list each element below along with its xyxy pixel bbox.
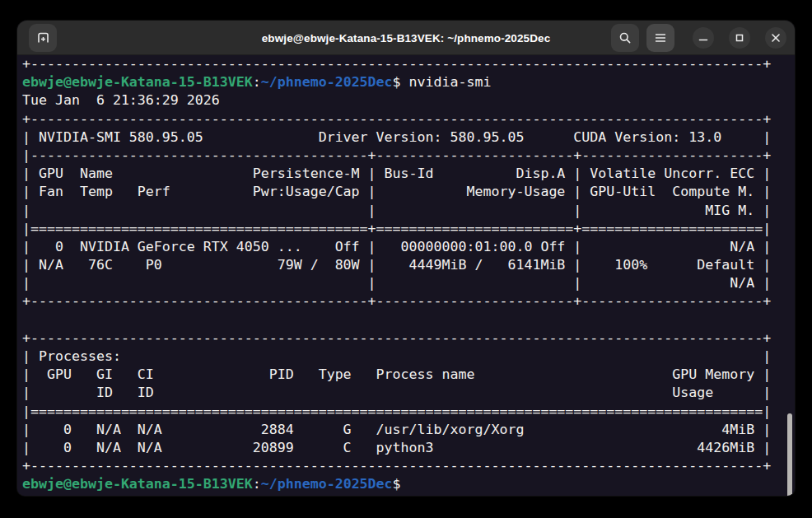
terminal-text-span: |=======================================…	[22, 404, 771, 419]
terminal-text-span: +---------------------------------------…	[22, 458, 771, 474]
terminal-line: +---------------------------------------…	[22, 55, 795, 73]
terminal-text-span: +---------------------------------------…	[22, 330, 771, 346]
terminal-line: | ID ID Usage |	[22, 384, 795, 402]
terminal-line: ebwje@ebwje-Katana-15-B13VEK:~/phnemo-20…	[22, 73, 795, 91]
terminal-window: ebwje@ebwje-Katana-15-B13VEK: ~/phnemo-2…	[17, 21, 795, 496]
terminal-text-span: ebwje@ebwje-Katana-15-B13VEK	[22, 476, 253, 492]
terminal-text-span: | 0 NVIDIA GeForce RTX 4050 ... Off | 00…	[22, 239, 771, 254]
terminal-line: | GPU Name Persistence-M | Bus-Id Disp.A…	[22, 165, 795, 183]
terminal-line: | NVIDIA-SMI 580.95.05 Driver Version: 5…	[22, 128, 795, 147]
terminal-text-span: +---------------------------------------…	[22, 56, 771, 72]
terminal-line: | GPU GI CI PID Type Process name GPU Me…	[22, 366, 795, 384]
window-title: ebwje@ebwje-Katana-15-B13VEK: ~/phnemo-2…	[262, 31, 551, 44]
terminal-text-span: +---------------------------------------…	[22, 293, 771, 309]
terminal-text-span: |=======================================…	[22, 221, 771, 236]
maximize-icon	[735, 33, 744, 43]
terminal-line: Tue Jan 6 21:36:29 2026	[22, 91, 795, 110]
terminal-text-span: |---------------------------------------…	[22, 147, 771, 163]
hamburger-menu-icon	[655, 33, 666, 43]
terminal-text-span: :	[253, 74, 261, 90]
menu-button[interactable]	[646, 24, 674, 52]
terminal-text-span: | | | MIG M. |	[22, 203, 771, 218]
terminal-text-span: | Fan Temp Perf Pwr:Usage/Cap | Memory-U…	[22, 184, 771, 199]
terminal-line: +---------------------------------------…	[22, 292, 795, 310]
terminal-line	[22, 311, 795, 329]
terminal-text-span: | | | N/A |	[22, 275, 771, 291]
maximize-button[interactable]	[729, 27, 750, 49]
terminal-text-span: ebwje@ebwje-Katana-15-B13VEK	[22, 74, 253, 90]
terminal-text-span: ~/phnemo-2025Dec	[261, 74, 393, 90]
terminal-line: | 0 NVIDIA GeForce RTX 4050 ... Off | 00…	[22, 238, 795, 256]
search-icon	[618, 31, 632, 44]
terminal-line: | N/A 76C P0 79W / 80W | 4449MiB / 6141M…	[22, 256, 795, 274]
terminal-text-span: +---------------------------------------…	[22, 111, 771, 127]
terminal-line: | | | N/A |	[22, 274, 795, 292]
new-tab-icon	[36, 30, 50, 44]
terminal-line: ebwje@ebwje-Katana-15-B13VEK:~/phnemo-20…	[22, 475, 795, 493]
terminal-text-span: | 0 N/A N/A 20899 C python3 4426MiB |	[22, 440, 771, 455]
titlebar[interactable]: ebwje@ebwje-Katana-15-B13VEK: ~/phnemo-2…	[17, 21, 795, 55]
close-icon	[771, 33, 781, 43]
terminal-line: |=======================================…	[22, 220, 795, 238]
terminal-output: +---------------------------------------…	[22, 55, 795, 494]
terminal-text-span: Tue Jan 6 21:36:29 2026	[22, 92, 220, 108]
terminal-line: | Processes: |	[22, 348, 795, 366]
terminal-text-span: $ nvidia-smi	[393, 74, 492, 90]
terminal-text-span: :	[253, 476, 261, 492]
search-button[interactable]	[611, 24, 639, 52]
terminal-line: | 0 N/A N/A 2884 G /usr/lib/xorg/Xorg 4M…	[22, 421, 795, 439]
terminal-line: | Fan Temp Perf Pwr:Usage/Cap | Memory-U…	[22, 183, 795, 201]
terminal-text-span: | GPU GI CI PID Type Process name GPU Me…	[22, 366, 771, 382]
terminal-text-span: | ID ID Usage |	[22, 385, 771, 400]
scrollbar-thumb[interactable]	[787, 413, 792, 496]
terminal-line: |=======================================…	[22, 403, 795, 421]
terminal-line: +---------------------------------------…	[22, 329, 795, 348]
terminal-line: +---------------------------------------…	[22, 110, 795, 128]
terminal-line: | 0 N/A N/A 20899 C python3 4426MiB |	[22, 439, 795, 457]
terminal-text-span: $	[393, 476, 401, 492]
minimize-button[interactable]	[693, 27, 714, 49]
terminal-text-span: | GPU Name Persistence-M | Bus-Id Disp.A…	[22, 166, 771, 181]
terminal-text-span: | NVIDIA-SMI 580.95.05 Driver Version: 5…	[22, 129, 771, 145]
terminal-line: | | | MIG M. |	[22, 202, 795, 220]
terminal[interactable]: +---------------------------------------…	[17, 55, 795, 496]
terminal-text-span: | 0 N/A N/A 2884 G /usr/lib/xorg/Xorg 4M…	[22, 422, 771, 437]
terminal-text-span: ~/phnemo-2025Dec	[261, 476, 393, 492]
terminal-line: +---------------------------------------…	[22, 457, 795, 475]
minimize-icon	[698, 33, 708, 43]
close-button[interactable]	[765, 27, 786, 49]
terminal-text-span: | Processes: |	[22, 348, 771, 364]
new-tab-button[interactable]	[29, 24, 57, 52]
terminal-line: |---------------------------------------…	[22, 147, 795, 165]
terminal-text-span: | N/A 76C P0 79W / 80W | 4449MiB / 6141M…	[22, 257, 771, 273]
